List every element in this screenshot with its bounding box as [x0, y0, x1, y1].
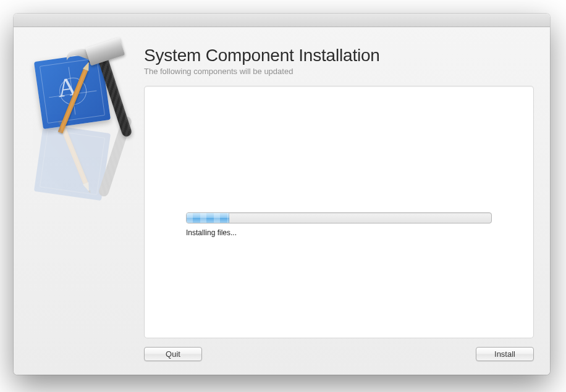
- page-subtitle: The following components will be updated: [144, 67, 534, 76]
- install-button[interactable]: Install: [476, 347, 534, 361]
- window-titlebar[interactable]: [14, 14, 550, 27]
- progress-section: Installing files...: [186, 212, 492, 237]
- window-content: A: [14, 27, 550, 375]
- quit-button[interactable]: Quit: [144, 347, 202, 361]
- content-panel: Installing files...: [144, 86, 534, 338]
- progress-bar: [186, 212, 492, 223]
- button-row: Quit Install: [144, 347, 534, 361]
- progress-status-text: Installing files...: [186, 228, 492, 237]
- icon-column: A: [30, 46, 144, 361]
- xcode-blueprint-hammer-icon: A: [33, 46, 132, 144]
- page-title: System Component Installation: [144, 46, 534, 65]
- main-column: System Component Installation The follow…: [144, 46, 534, 361]
- progress-fill: [187, 213, 229, 223]
- installer-window: A: [14, 14, 550, 375]
